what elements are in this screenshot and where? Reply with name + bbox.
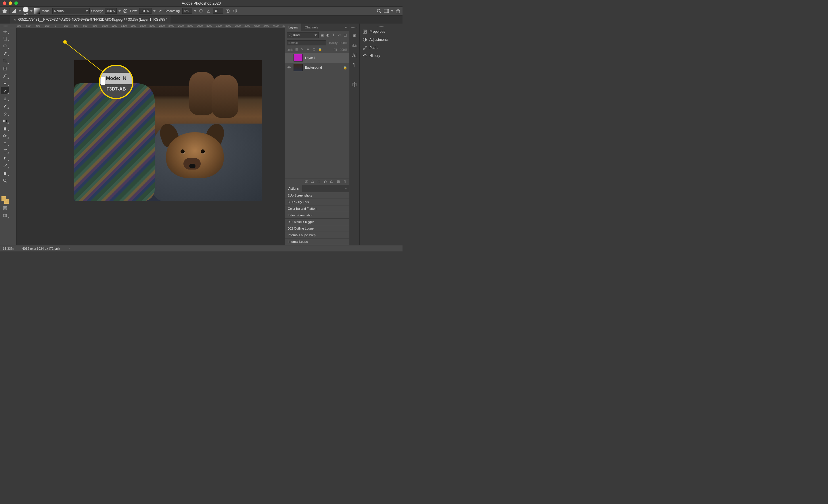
airbrush-icon[interactable] [157,8,163,14]
dodge-tool[interactable] [1,132,9,139]
character-panel-icon[interactable]: A| [351,52,357,58]
delete-layer-icon[interactable]: 🗑 [343,180,347,184]
tab-actions[interactable]: Actions [285,185,302,192]
heal-tool[interactable] [1,80,9,87]
opacity-input[interactable]: 100% [105,8,117,14]
action-item[interactable]: Internal Loupe Prep [285,232,349,238]
visibility-toggle[interactable]: 👁 [287,66,291,69]
close-tab-icon[interactable]: × [14,17,16,22]
layer-row[interactable]: 👁 Background 🔒 [285,63,349,73]
action-item[interactable]: 3 UP - Try This [285,199,349,205]
panel-menu-icon[interactable]: ≡ [343,185,349,192]
chevron-down-icon[interactable] [19,10,21,12]
canvas[interactable] [17,28,285,245]
paragraph-panel-icon[interactable]: ¶ [351,62,357,68]
path-select-tool[interactable] [1,154,9,162]
screenmode-toggle[interactable] [1,212,9,219]
filter-adjust-icon[interactable]: ◐ [325,33,330,37]
search-icon[interactable] [376,8,382,14]
history-brush-tool[interactable] [1,102,9,109]
chevron-down-icon[interactable] [118,10,121,12]
tab-paths[interactable]: Paths [360,44,403,52]
eyedropper-tool[interactable] [1,73,9,79]
symmetry-icon[interactable] [232,8,238,14]
frame-tool[interactable] [1,65,9,72]
marquee-tool[interactable] [1,35,9,42]
panel-grip[interactable] [351,27,358,29]
stamp-tool[interactable] [1,95,9,102]
color-panel-icon[interactable]: ✺ [351,33,357,39]
histogram-panel-icon[interactable] [351,43,357,48]
brush-tool[interactable] [1,87,9,94]
type-tool[interactable] [1,147,9,154]
action-item[interactable]: 2Up Screenshots [285,192,349,199]
layer-blendmode-select[interactable]: Normal [287,40,326,45]
action-item[interactable]: 002 Outline Loupe [285,225,349,232]
tab-history[interactable]: History [360,52,403,60]
ruler-horizontal[interactable]: 8006004002000200400600800100012001400160… [10,24,285,28]
libraries-panel-icon[interactable] [351,82,357,87]
chevron-down-icon[interactable] [30,10,33,12]
workspace-switcher-icon[interactable] [383,8,389,14]
action-item[interactable]: 001 Make it bigger [285,219,349,225]
action-item[interactable]: Color bg and Flatten [285,205,349,212]
lock-artboard-icon[interactable]: ▢ [313,48,317,52]
tab-channels[interactable]: Channels [301,24,322,31]
lock-pos-icon[interactable]: ✥ [307,48,311,52]
pen-tool[interactable] [1,140,9,146]
smoothing-options-icon[interactable] [198,8,204,14]
filter-pixel-icon[interactable]: ▣ [320,33,324,37]
brush-panel-toggle-icon[interactable] [34,8,40,14]
hand-tool[interactable] [1,170,9,176]
color-swatches[interactable] [1,196,9,204]
quickmask-toggle[interactable] [1,204,9,212]
shape-tool[interactable] [1,162,9,169]
lock-trans-icon[interactable]: ▦ [295,48,299,52]
filter-smart-icon[interactable]: ◫ [343,33,347,37]
lock-all-icon[interactable]: 🔒 [318,48,322,52]
tab-properties[interactable]: Properties [360,28,403,36]
panel-grip[interactable] [2,25,9,27]
layer-name[interactable]: Background [305,66,322,69]
adjustment-icon[interactable]: ◐ [324,180,327,184]
lasso-tool[interactable] [1,43,9,49]
link-layers-icon[interactable]: ⌘ [304,180,308,184]
filter-type-icon[interactable]: T [331,33,336,37]
zoom-level[interactable]: 33.33% [3,247,13,250]
action-item[interactable]: Index Screenshot [285,212,349,219]
layer-thumb[interactable] [294,54,303,61]
chevron-down-icon[interactable] [391,10,393,12]
fill-value[interactable]: 100% [340,48,347,51]
new-layer-icon[interactable]: ⊞ [337,180,340,184]
pressure-opacity-icon[interactable] [122,8,128,14]
gradient-tool[interactable] [1,117,9,124]
layer-thumb[interactable] [294,64,303,71]
tab-layers[interactable]: Layers [285,24,301,31]
action-item[interactable]: Internal Loupe [285,238,349,245]
fx-icon[interactable]: fx [312,180,314,184]
panel-grip[interactable] [360,25,403,28]
layer-row[interactable]: Layer 1 [285,53,349,63]
mask-icon[interactable]: ◻ [318,180,320,184]
home-button[interactable] [2,8,7,14]
quick-select-tool[interactable] [1,50,9,57]
filter-shape-icon[interactable]: ▱ [337,33,341,37]
blend-mode-select[interactable]: Normal [52,8,90,14]
layer-opacity-value[interactable]: 100% [340,41,347,45]
chevron-down-icon[interactable] [153,10,156,12]
share-icon[interactable] [395,8,401,14]
move-tool[interactable] [1,28,9,35]
layer-filter-select[interactable]: Kind [287,32,319,38]
crop-tool[interactable] [1,57,9,64]
pressure-size-icon[interactable] [225,8,231,14]
panel-menu-icon[interactable]: ≡ [343,24,349,31]
layer-name[interactable]: Layer 1 [305,56,316,59]
maximize-window-icon[interactable] [14,1,18,5]
brush-tool-indicator-icon[interactable] [11,8,17,14]
doc-dimensions[interactable]: 4032 px x 3024 px (72 ppi) [22,247,59,250]
close-window-icon[interactable] [3,1,6,5]
zoom-tool[interactable] [1,177,9,184]
tab-adjustments[interactable]: Adjustments [360,36,403,44]
angle-input[interactable]: 0° [213,8,223,14]
document-tab[interactable]: × 60521779481__F7C2F3D7-ABC9-4D76-9F8E-9… [10,15,170,24]
